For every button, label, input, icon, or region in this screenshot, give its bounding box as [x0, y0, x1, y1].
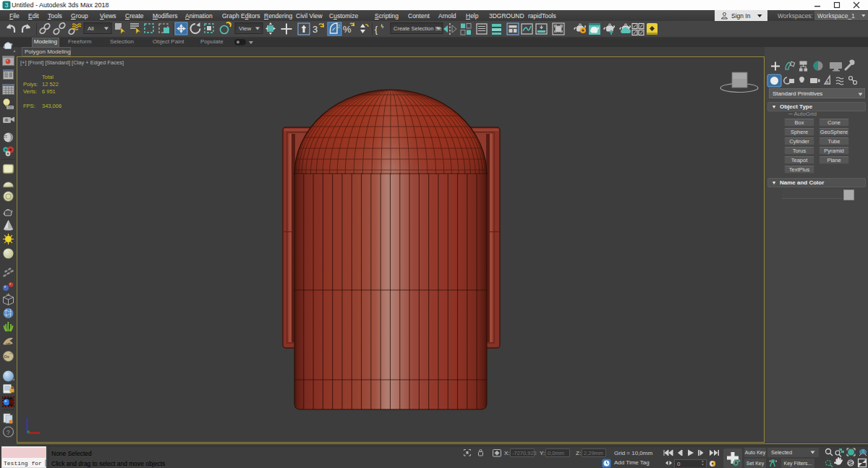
svg-text:3: 3 [312, 24, 318, 35]
svg-text:?: ? [7, 429, 10, 436]
svg-text:All: All [88, 25, 94, 32]
svg-text:0: 0 [677, 461, 681, 467]
svg-text:%: % [343, 24, 352, 35]
svg-text:{: { [375, 25, 378, 35]
svg-text:3: 3 [4, 1, 8, 9]
svg-text:View: View [239, 25, 251, 32]
svg-text:Ox: Ox [4, 354, 10, 359]
svg-text:2: 2 [337, 23, 341, 30]
svg-text:Create Selection Se: Create Selection Se [393, 25, 442, 32]
svg-text:30: 30 [4, 136, 9, 140]
svg-text:HF: HF [6, 342, 11, 346]
